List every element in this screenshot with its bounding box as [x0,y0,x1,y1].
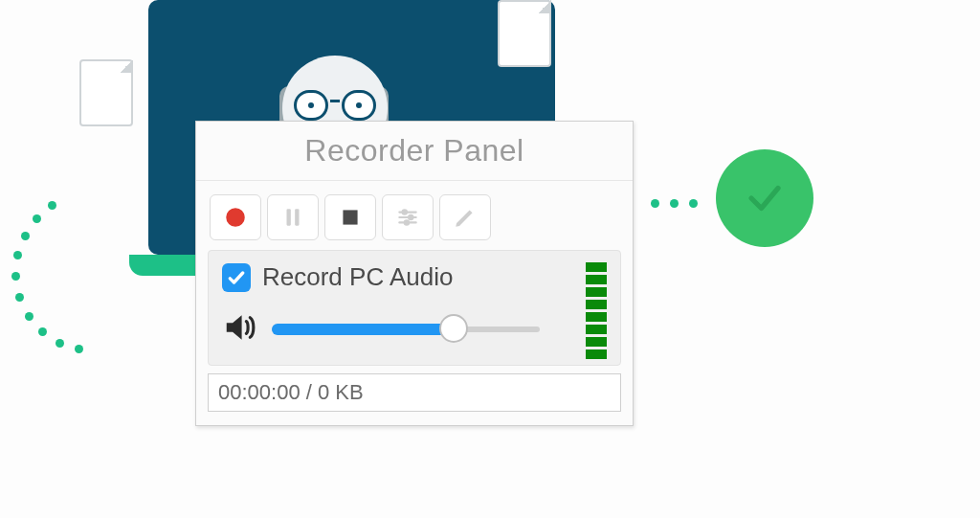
speaker-icon [222,309,258,349]
check-icon [227,268,246,287]
edit-button[interactable] [439,194,491,240]
volume-slider[interactable] [272,324,540,335]
status-text: 00:00:00 / 0 KB [218,380,364,405]
record-pc-audio-checkbox[interactable] [222,263,251,292]
svg-point-9 [405,220,409,224]
stop-icon [338,205,363,230]
slider-thumb[interactable] [439,314,468,343]
record-icon [223,205,248,230]
stop-button[interactable] [324,194,376,240]
svg-point-8 [409,215,412,219]
avatar-glasses [294,90,376,121]
panel-title: Recorder Panel [196,122,633,181]
record-pc-audio-label: Record PC Audio [262,262,453,292]
document-icon [498,0,551,67]
recorder-panel: Recorder Panel Record PC Audio [195,121,634,426]
svg-point-7 [403,210,407,214]
svg-rect-3 [343,210,357,224]
status-bar: 00:00:00 / 0 KB [208,373,621,412]
pause-icon [280,205,305,230]
vu-meter [586,262,607,359]
audio-section: Record PC Audio [208,250,621,366]
sliders-icon [395,205,420,230]
svg-rect-1 [287,209,291,225]
document-icon [79,59,133,126]
toolbar [196,181,633,250]
success-check-icon [716,149,813,247]
svg-rect-2 [295,209,299,225]
pencil-icon [453,205,478,230]
record-button[interactable] [210,194,261,240]
settings-button[interactable] [382,194,434,240]
svg-point-0 [226,208,245,227]
pause-button[interactable] [267,194,319,240]
slider-fill [272,324,454,335]
